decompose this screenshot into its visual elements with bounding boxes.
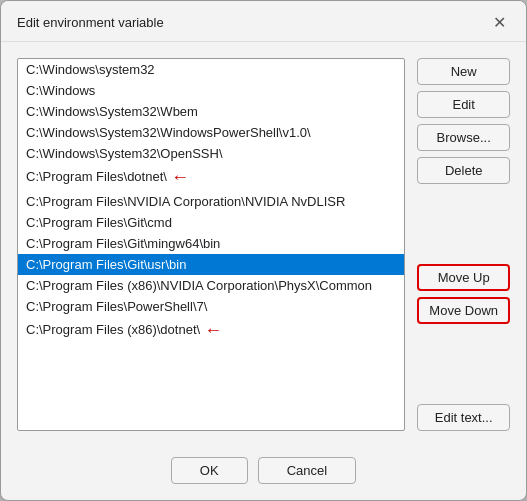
list-item-value: C:\Windows\system32 — [26, 62, 155, 77]
list-item[interactable]: C:\Windows — [18, 80, 404, 101]
list-item[interactable]: C:\Windows\system32 — [18, 59, 404, 80]
list-item-value: C:\Windows\System32\OpenSSH\ — [26, 146, 223, 161]
list-item[interactable]: C:\Windows\System32\WindowsPowerShell\v1… — [18, 122, 404, 143]
edit-env-var-dialog: Edit environment variable ✕ C:\Windows\s… — [0, 0, 527, 501]
list-item[interactable]: C:\Program Files\dotnet\ ← — [18, 164, 404, 191]
dialog-title: Edit environment variable — [17, 15, 164, 30]
list-item-value: C:\Program Files\NVIDIA Corporation\NVID… — [26, 194, 345, 209]
move-up-button[interactable]: Move Up — [417, 264, 510, 291]
list-item[interactable]: C:\Program Files\Git\mingw64\bin — [18, 233, 404, 254]
list-item[interactable]: C:\Program Files\Git\usr\bin — [18, 254, 404, 275]
close-button[interactable]: ✕ — [488, 11, 510, 33]
list-item[interactable]: C:\Program Files\PowerShell\7\ — [18, 296, 404, 317]
env-var-list[interactable]: C:\Windows\system32C:\WindowsC:\Windows\… — [17, 58, 405, 431]
list-item[interactable]: C:\Program Files\NVIDIA Corporation\NVID… — [18, 191, 404, 212]
move-down-button[interactable]: Move Down — [417, 297, 510, 324]
list-item-value: C:\Program Files\Git\mingw64\bin — [26, 236, 220, 251]
arrow-icon: ← — [204, 320, 222, 341]
list-item-value: C:\Program Files\PowerShell\7\ — [26, 299, 207, 314]
edit-text-button[interactable]: Edit text... — [417, 404, 510, 431]
list-item[interactable]: C:\Windows\System32\OpenSSH\ — [18, 143, 404, 164]
list-item[interactable]: C:\Program Files\Git\cmd — [18, 212, 404, 233]
browse-button[interactable]: Browse... — [417, 124, 510, 151]
dialog-footer: OK Cancel — [1, 447, 526, 500]
ok-button[interactable]: OK — [171, 457, 248, 484]
list-item-value: C:\Windows — [26, 83, 95, 98]
buttons-panel: New Edit Browse... Delete Move Up Move D… — [417, 58, 510, 431]
list-item[interactable]: C:\Windows\System32\Wbem — [18, 101, 404, 122]
arrow-icon: ← — [171, 167, 189, 188]
list-item-value: C:\Program Files\dotnet\ — [26, 169, 167, 184]
edit-button[interactable]: Edit — [417, 91, 510, 118]
new-button[interactable]: New — [417, 58, 510, 85]
list-item-value: C:\Program Files\Git\cmd — [26, 215, 172, 230]
title-bar: Edit environment variable ✕ — [1, 1, 526, 42]
list-item-value: C:\Windows\System32\WindowsPowerShell\v1… — [26, 125, 311, 140]
list-item-value: C:\Program Files (x86)\dotnet\ — [26, 322, 200, 337]
dialog-body: C:\Windows\system32C:\WindowsC:\Windows\… — [1, 42, 526, 447]
delete-button[interactable]: Delete — [417, 157, 510, 184]
cancel-button[interactable]: Cancel — [258, 457, 356, 484]
list-item[interactable]: C:\Program Files (x86)\NVIDIA Corporatio… — [18, 275, 404, 296]
list-item-value: C:\Windows\System32\Wbem — [26, 104, 198, 119]
list-item-value: C:\Program Files\Git\usr\bin — [26, 257, 186, 272]
list-item-value: C:\Program Files (x86)\NVIDIA Corporatio… — [26, 278, 372, 293]
list-item[interactable]: C:\Program Files (x86)\dotnet\ ← — [18, 317, 404, 344]
